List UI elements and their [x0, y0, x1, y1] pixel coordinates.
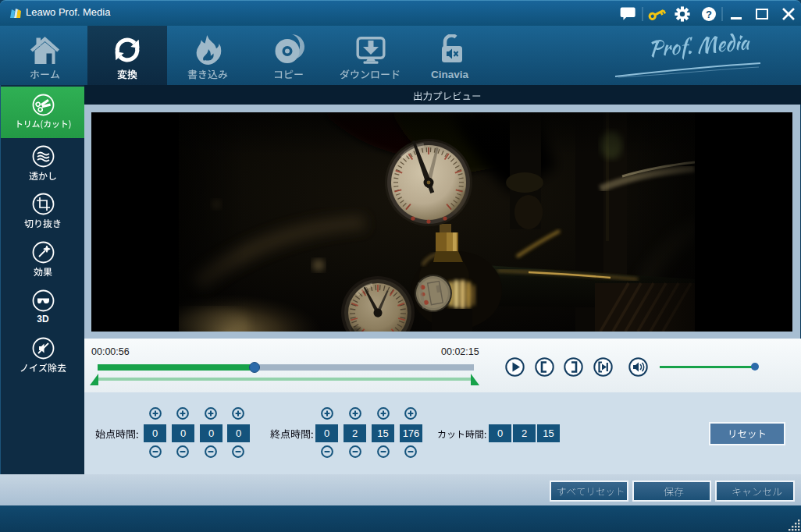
svg-text:?: ?: [706, 9, 712, 20]
